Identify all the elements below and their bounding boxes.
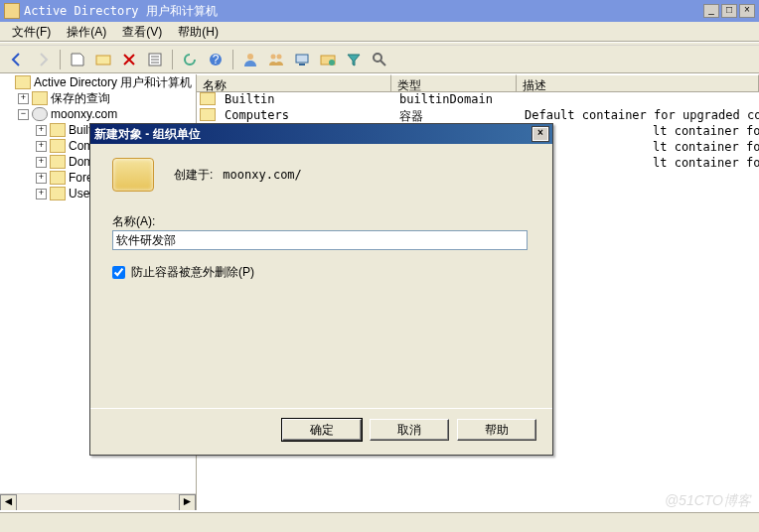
cancel-button[interactable]: 取消 [370,419,449,441]
filter-icon[interactable] [343,49,365,70]
tree-saved-queries[interactable]: +保存的查询 [0,90,196,106]
tree-root[interactable]: Active Directory 用户和计算机 [0,74,196,90]
menu-help[interactable]: 帮助(H) [170,24,227,39]
protect-checkbox[interactable] [112,266,125,279]
nav-back-button[interactable] [6,49,28,70]
status-bar [0,512,759,532]
find-icon[interactable] [369,49,390,70]
help-button[interactable]: 帮助 [457,419,536,441]
new-user-icon[interactable] [239,49,261,70]
properties-icon[interactable] [144,49,166,70]
svg-point-10 [329,60,335,66]
dialog-title: 新建对象 - 组织单位 [94,126,532,143]
toolbar: ? [0,46,759,73]
svg-rect-8 [299,64,305,66]
title-bar: Active Directory 用户和计算机 _ □ × [0,0,759,22]
menu-action[interactable]: 操作(A) [59,24,114,39]
svg-point-5 [271,54,276,59]
delete-icon[interactable] [118,49,140,70]
name-label: 名称(A): [112,213,531,230]
protect-label: 防止容器被意外删除(P) [131,264,254,281]
tree-domain[interactable]: −moonxy.com [0,106,196,122]
ou-icon [112,158,154,192]
help-icon[interactable]: ? [205,49,227,70]
col-desc[interactable]: 描述 [517,74,759,91]
svg-rect-0 [96,56,110,65]
col-type[interactable]: 类型 [391,74,517,91]
menu-bar: 文件(F) 操作(A) 查看(V) 帮助(H) [0,22,759,42]
nav-forward-button[interactable] [32,49,54,70]
new-ou-dialog: 新建对象 - 组织单位 × 创建于: moonxy.com/ 名称(A): 防止… [89,123,553,456]
menu-view[interactable]: 查看(V) [114,24,170,39]
col-name[interactable]: 名称 [197,74,391,91]
window-title: Active Directory 用户和计算机 [24,3,701,20]
svg-point-6 [277,54,282,59]
svg-rect-7 [296,55,308,63]
list-row[interactable]: BuiltinbuiltinDomain [197,92,759,108]
list-row[interactable]: Computers容器Default container for upgrade… [197,108,759,124]
watermark: @51CTO博客 [665,492,751,510]
maximize-button[interactable]: □ [721,4,737,18]
refresh-icon[interactable] [179,49,201,70]
tree-h-scrollbar[interactable]: ◄► [0,493,196,510]
name-input[interactable] [112,230,528,250]
new-computer-icon[interactable] [291,49,313,70]
close-button[interactable]: × [739,4,755,18]
list-header: 名称 类型 描述 [197,74,759,92]
dialog-close-button[interactable]: × [532,127,548,141]
svg-point-11 [374,54,381,62]
created-in-label: 创建于: [174,167,213,184]
svg-point-4 [247,54,253,60]
svg-text:?: ? [213,53,220,66]
folder-icon[interactable] [92,49,114,70]
menu-file[interactable]: 文件(F) [4,24,59,39]
ok-button[interactable]: 确定 [282,419,362,441]
new-ou-icon[interactable] [317,49,339,70]
dialog-title-bar[interactable]: 新建对象 - 组织单位 × [90,124,552,144]
minimize-button[interactable]: _ [703,4,719,18]
cut-icon[interactable] [67,49,88,70]
app-icon [4,3,20,19]
new-group-icon[interactable] [265,49,287,70]
created-in-path: moonxy.com/ [223,168,301,182]
